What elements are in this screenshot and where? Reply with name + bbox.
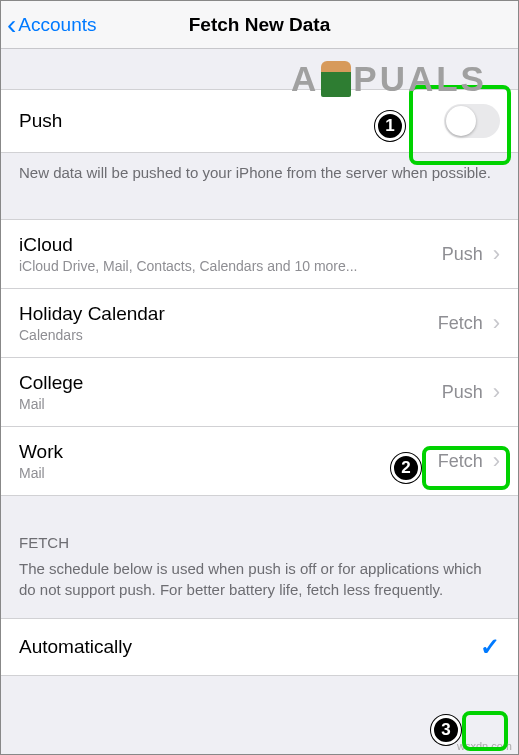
account-value: Fetch: [438, 451, 483, 472]
account-name: Holiday Calendar: [19, 303, 165, 325]
watermark-credit: wsxdn.com: [457, 740, 512, 752]
account-row-college[interactable]: College Mail Push ›: [1, 358, 518, 427]
account-detail: Calendars: [19, 327, 165, 343]
watermark-appuals: A PUALS: [291, 59, 487, 99]
accounts-list: iCloud iCloud Drive, Mail, Contacts, Cal…: [1, 219, 518, 496]
chevron-right-icon: ›: [493, 312, 500, 334]
account-value: Push: [442, 244, 483, 265]
push-footer: New data will be pushed to your iPhone f…: [1, 153, 518, 201]
account-name: iCloud: [19, 234, 357, 256]
chevron-right-icon: ›: [493, 243, 500, 265]
schedule-label: Automatically: [19, 636, 132, 658]
watermark-text-pre: A: [291, 59, 319, 99]
account-detail: Mail: [19, 465, 63, 481]
push-toggle[interactable]: [444, 104, 500, 138]
account-row-work[interactable]: Work Mail Fetch ›: [1, 427, 518, 496]
annotation-badge-1: 1: [375, 111, 405, 141]
fetch-section-header: FETCH: [1, 496, 518, 559]
account-row-holiday[interactable]: Holiday Calendar Calendars Fetch ›: [1, 289, 518, 358]
checkmark-icon: ✓: [480, 633, 500, 661]
account-detail: Mail: [19, 396, 83, 412]
account-value: Fetch: [438, 313, 483, 334]
account-row-icloud[interactable]: iCloud iCloud Drive, Mail, Contacts, Cal…: [1, 219, 518, 289]
nav-bar: ‹ Accounts Fetch New Data: [1, 1, 518, 49]
annotation-badge-3: 3: [431, 715, 461, 745]
chevron-right-icon: ›: [493, 450, 500, 472]
chevron-right-icon: ›: [493, 381, 500, 403]
annotation-badge-2: 2: [391, 453, 421, 483]
chevron-left-icon: ‹: [7, 11, 16, 39]
watermark-avatar-icon: [321, 61, 351, 97]
back-button[interactable]: ‹ Accounts: [1, 11, 96, 39]
account-name: Work: [19, 441, 63, 463]
watermark-text-post: PUALS: [353, 59, 487, 99]
fetch-footer: The schedule below is used when push is …: [1, 559, 518, 618]
push-label: Push: [19, 110, 62, 132]
back-label: Accounts: [18, 14, 96, 36]
account-value: Push: [442, 382, 483, 403]
schedule-automatically-cell[interactable]: Automatically ✓: [1, 618, 518, 676]
account-name: College: [19, 372, 83, 394]
account-detail: iCloud Drive, Mail, Contacts, Calendars …: [19, 258, 357, 274]
